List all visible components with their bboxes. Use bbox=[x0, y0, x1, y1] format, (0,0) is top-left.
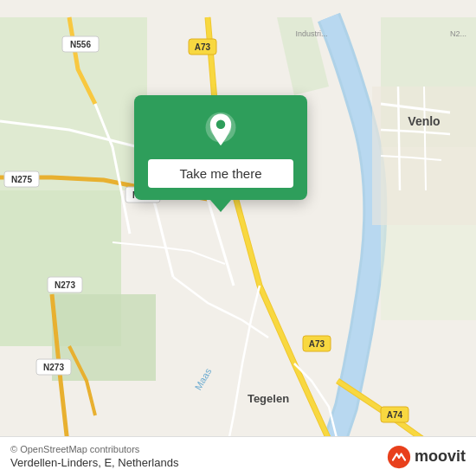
svg-text:Venlo: Venlo bbox=[408, 114, 440, 128]
location-name: Verdellen-Linders, E, Netherlands bbox=[10, 456, 178, 469]
svg-text:N556: N556 bbox=[70, 40, 91, 49]
svg-text:A73: A73 bbox=[195, 42, 211, 52]
popup-card: Take me there bbox=[134, 95, 307, 200]
svg-text:Industri...: Industri... bbox=[295, 29, 327, 38]
copyright-text: © OpenStreetMap contributors bbox=[10, 444, 178, 454]
svg-text:A73: A73 bbox=[309, 339, 325, 349]
map-svg: N556 A73 A73 A73 A74 N275 N275 N273 N273… bbox=[0, 0, 476, 476]
bottom-bar: © OpenStreetMap contributors Verdellen-L… bbox=[0, 436, 476, 476]
svg-point-33 bbox=[216, 119, 225, 128]
svg-text:A74: A74 bbox=[387, 410, 403, 420]
moovit-icon bbox=[387, 445, 411, 469]
svg-text:N2...: N2... bbox=[450, 29, 466, 38]
location-pin-icon bbox=[200, 111, 241, 152]
svg-text:N275: N275 bbox=[11, 175, 32, 184]
svg-text:N273: N273 bbox=[43, 363, 64, 372]
map-container: N556 A73 A73 A73 A74 N275 N275 N273 N273… bbox=[0, 0, 476, 476]
moovit-logo[interactable]: moovit bbox=[387, 445, 466, 469]
moovit-text: moovit bbox=[415, 447, 466, 466]
bottom-left: © OpenStreetMap contributors Verdellen-L… bbox=[10, 444, 178, 469]
take-me-there-button[interactable]: Take me there bbox=[148, 159, 293, 188]
svg-text:Tegelen: Tegelen bbox=[248, 392, 289, 405]
svg-text:N273: N273 bbox=[55, 280, 75, 290]
